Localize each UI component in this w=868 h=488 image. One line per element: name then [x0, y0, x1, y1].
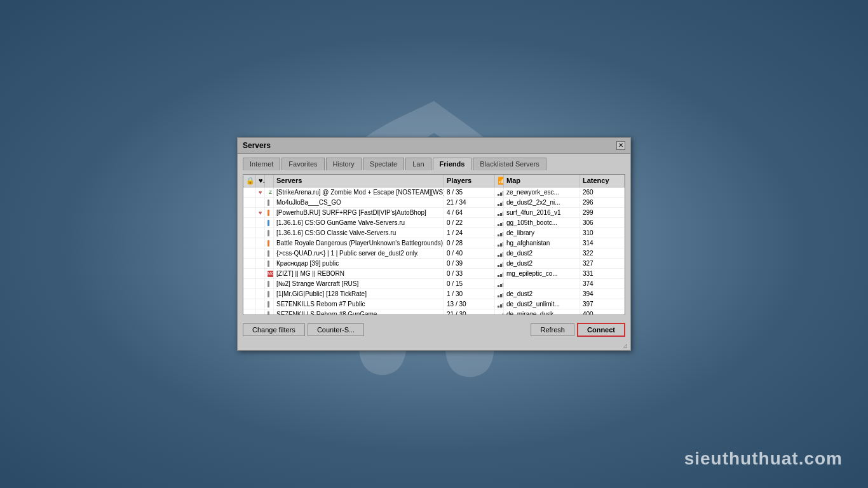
table-row[interactable]: [1.36.1.6] CS:GO Classic Valve-Servers.r… [243, 228, 625, 238]
cell-lock [243, 198, 256, 207]
table-row[interactable]: ♥ [PowerhuB.RU] SURF+RPG [FastDl|VIP's|A… [243, 208, 625, 218]
cell-lock [243, 218, 256, 227]
table-row[interactable]: SE7ENKILLS Reborn #7 Public 13 / 30 de_d… [243, 299, 625, 309]
cell-icon [265, 208, 274, 217]
table-row[interactable]: {>css-QUAD.ru<} | 1 | Public server de_d… [243, 248, 625, 259]
col-map[interactable]: Map [504, 175, 580, 187]
cell-fav [256, 309, 265, 315]
tab-friends[interactable]: Friends [433, 158, 472, 170]
cell-fav: ♥ [256, 208, 265, 217]
cell-name: Battle Royale Dangerous (PlayerUnknown's… [274, 238, 444, 248]
cell-map: mg_epileptic_co... [504, 269, 580, 278]
table-row[interactable]: MG [ZIZT] || MG || REBORN 0 / 33 mg_epil… [243, 269, 625, 279]
cell-name: Краснодар [39] public [274, 259, 444, 268]
cell-map [504, 279, 580, 288]
cell-map: de_dust2 [504, 289, 580, 299]
cell-fav [256, 198, 265, 207]
table-header: 🔒 ♥ Servers Players 📶 Map Latency [243, 175, 625, 187]
cell-name: [1.36.1.6] CS:GO GunGame Valve-Servers.r… [274, 218, 444, 227]
cell-latency: 296 [580, 198, 625, 207]
tab-lan[interactable]: Lan [405, 158, 431, 170]
table-row[interactable]: Mo4uJloBa___CS_GO 21 / 34 de_dust2_2x2_n… [243, 198, 625, 208]
cell-latency: 394 [580, 289, 625, 299]
cell-icon [265, 279, 274, 288]
server-table: 🔒 ♥ Servers Players 📶 Map Latency ♥ Z [S… [243, 174, 625, 315]
cell-fav [256, 238, 265, 248]
cell-players: 8 / 35 [444, 187, 495, 197]
col-latency[interactable]: Latency [580, 175, 625, 187]
cell-icon [265, 238, 274, 248]
table-row[interactable]: ♥ Z [StrikeArena.ru] @ Zombie Mod + Esca… [243, 187, 625, 198]
cell-signal [495, 187, 504, 197]
table-row[interactable]: SE7ENKILLS Reborn #8 GunGame 21 / 30 de_… [243, 309, 625, 315]
table-body: ♥ Z [StrikeArena.ru] @ Zombie Mod + Esca… [243, 187, 625, 315]
cell-players: 1 / 24 [444, 228, 495, 238]
cell-map: surf_4fun_2016_v1 [504, 208, 580, 217]
cell-signal [495, 248, 504, 258]
tab-favorites[interactable]: Favorites [281, 158, 324, 170]
tab-internet[interactable]: Internet [243, 158, 280, 170]
cell-latency: 400 [580, 309, 625, 315]
cell-latency: 310 [580, 228, 625, 238]
cell-latency: 374 [580, 279, 625, 288]
dialog-footer: Change filters Counter-S... Refresh Conn… [238, 319, 630, 341]
cell-latency: 322 [580, 248, 625, 258]
cell-map: gg_105th_bootc... [504, 218, 580, 227]
cell-latency: 397 [580, 299, 625, 309]
cell-signal [495, 279, 504, 288]
table-row[interactable]: [1|Mr.GiG|Public] [128 TickRate] 1 / 30 … [243, 289, 625, 299]
cell-signal [495, 259, 504, 268]
cell-name: [1.36.1.6] CS:GO Classic Valve-Servers.r… [274, 228, 444, 238]
col-lock: 🔒 [243, 175, 256, 187]
cell-fav [256, 259, 265, 268]
cell-lock [243, 309, 256, 315]
cell-fav: ♥ [256, 187, 265, 197]
cell-signal [495, 309, 504, 315]
cell-name: SE7ENKILLS Reborn #8 GunGame [274, 309, 444, 315]
cell-players: 0 / 33 [444, 269, 495, 278]
cell-fav [256, 279, 265, 288]
tab-spectate[interactable]: Spectate [363, 158, 404, 170]
tab-blacklisted[interactable]: Blacklisted Servers [473, 158, 546, 170]
game-selector-button[interactable]: Counter-S... [308, 323, 364, 336]
cell-name: SE7ENKILLS Reborn #7 Public [274, 299, 444, 309]
cell-fav [256, 248, 265, 258]
table-row[interactable]: [№2] Strange Warcraft [RUS] 0 / 15 374 [243, 279, 625, 289]
cell-name: [ZIZT] || MG || REBORN [274, 269, 444, 278]
table-row[interactable]: Краснодар [39] public 0 / 39 de_dust2 32… [243, 259, 625, 269]
cell-map: de_mirage_dusk [504, 309, 580, 315]
cell-map: de_dust2_2x2_ni... [504, 198, 580, 207]
cell-lock [243, 238, 256, 248]
cell-latency: 331 [580, 269, 625, 278]
table-row[interactable]: [1.36.1.6] CS:GO GunGame Valve-Servers.r… [243, 218, 625, 228]
cell-lock [243, 289, 256, 299]
cell-name: [1|Mr.GiG|Public] [128 TickRate] [274, 289, 444, 299]
cell-icon [265, 289, 274, 299]
cell-fav [256, 218, 265, 227]
col-servers[interactable]: Servers [274, 175, 444, 187]
col-players[interactable]: Players [444, 175, 495, 187]
cell-icon: MG [265, 269, 274, 278]
change-filters-button[interactable]: Change filters [243, 323, 305, 336]
col-icon [265, 175, 274, 187]
servers-dialog: Servers ✕ Internet Favorites History Spe… [237, 137, 631, 351]
cell-latency: 314 [580, 238, 625, 248]
tab-history[interactable]: History [326, 158, 362, 170]
cell-fav [256, 289, 265, 299]
cell-fav [256, 269, 265, 278]
cell-name: [PowerhuB.RU] SURF+RPG [FastDl|VIP's|Aut… [274, 208, 444, 217]
refresh-button[interactable]: Refresh [531, 323, 574, 336]
cell-lock [243, 208, 256, 217]
cell-lock [243, 248, 256, 258]
cell-icon [265, 228, 274, 238]
cell-icon [265, 248, 274, 258]
table-row[interactable]: Battle Royale Dangerous (PlayerUnknown's… [243, 238, 625, 248]
cell-lock [243, 187, 256, 197]
resize-handle[interactable]: ⊿ [238, 341, 630, 350]
cell-icon: Z [265, 187, 274, 197]
cell-players: 13 / 30 [444, 299, 495, 309]
cell-name: Mo4uJloBa___CS_GO [274, 198, 444, 207]
col-signal: 📶 [495, 175, 504, 187]
dialog-close-button[interactable]: ✕ [616, 141, 625, 150]
connect-button[interactable]: Connect [577, 323, 625, 337]
